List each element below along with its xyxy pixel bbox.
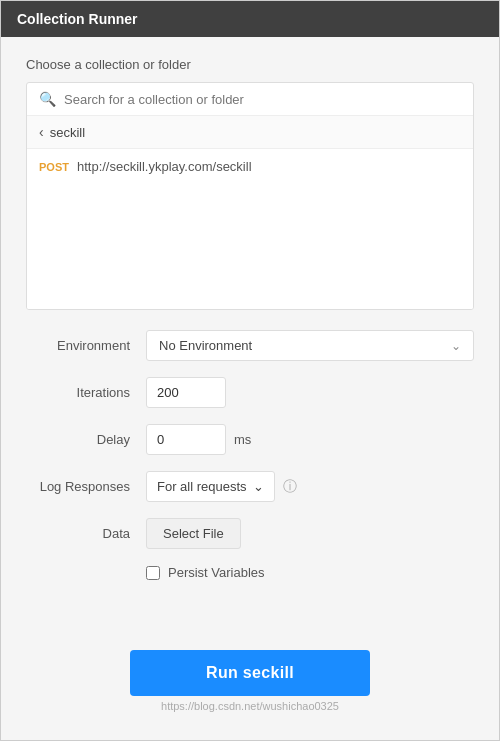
data-control: Select File	[146, 518, 474, 549]
back-arrow-icon: ‹	[39, 124, 44, 140]
search-icon: 🔍	[39, 91, 56, 107]
watermark: https://blog.csdn.net/wushichao0325	[161, 700, 339, 712]
request-url: http://seckill.ykplay.com/seckill	[77, 159, 252, 174]
select-file-button[interactable]: Select File	[146, 518, 241, 549]
breadcrumb-label: seckill	[50, 125, 85, 140]
delay-control: ms	[146, 424, 474, 455]
collection-section-label: Choose a collection or folder	[26, 57, 474, 72]
delay-group: ms	[146, 424, 474, 455]
window-title: Collection Runner	[17, 11, 138, 27]
breadcrumb-row[interactable]: ‹ seckill	[27, 116, 473, 149]
persist-variables-row: Persist Variables	[26, 565, 474, 580]
log-responses-dropdown[interactable]: For all requests ⌄	[146, 471, 275, 502]
environment-dropdown-arrow: ⌄	[451, 339, 461, 353]
log-responses-label: Log Responses	[26, 479, 146, 494]
info-icon[interactable]: ⓘ	[283, 478, 297, 496]
run-button[interactable]: Run seckill	[130, 650, 370, 696]
log-responses-value: For all requests	[157, 479, 247, 494]
method-badge: POST	[39, 161, 69, 173]
persist-variables-checkbox[interactable]	[146, 566, 160, 580]
search-input[interactable]	[64, 92, 461, 107]
environment-control: No Environment ⌄	[146, 330, 474, 361]
data-label: Data	[26, 526, 146, 541]
request-row[interactable]: POST http://seckill.ykplay.com/seckill	[39, 159, 461, 174]
environment-row: Environment No Environment ⌄	[26, 330, 474, 361]
delay-row: Delay ms	[26, 424, 474, 455]
collection-box: 🔍 ‹ seckill POST http://seckill.ykplay.c…	[26, 82, 474, 310]
titlebar: Collection Runner	[1, 1, 499, 37]
iterations-row: Iterations	[26, 377, 474, 408]
data-row: Data Select File	[26, 518, 474, 549]
run-section: Run seckill https://blog.csdn.net/wushic…	[26, 634, 474, 720]
iterations-input[interactable]	[146, 377, 226, 408]
delay-input[interactable]	[146, 424, 226, 455]
search-row: 🔍	[27, 83, 473, 116]
main-content: Choose a collection or folder 🔍 ‹ seckil…	[1, 37, 499, 740]
form-section: Environment No Environment ⌄ Iterations …	[26, 330, 474, 634]
iterations-control	[146, 377, 474, 408]
environment-dropdown[interactable]: No Environment ⌄	[146, 330, 474, 361]
delay-label: Delay	[26, 432, 146, 447]
log-responses-control: For all requests ⌄ ⓘ	[146, 471, 474, 502]
persist-variables-group: Persist Variables	[146, 565, 474, 580]
log-responses-row: Log Responses For all requests ⌄ ⓘ	[26, 471, 474, 502]
persist-variables-label: Persist Variables	[168, 565, 265, 580]
environment-label: Environment	[26, 338, 146, 353]
persist-variables-control: Persist Variables	[146, 565, 474, 580]
log-responses-arrow: ⌄	[253, 479, 264, 494]
iterations-label: Iterations	[26, 385, 146, 400]
environment-value: No Environment	[159, 338, 252, 353]
delay-unit: ms	[234, 432, 251, 447]
collection-runner-window: Collection Runner Choose a collection or…	[0, 0, 500, 741]
log-responses-group: For all requests ⌄ ⓘ	[146, 471, 474, 502]
collection-content: POST http://seckill.ykplay.com/seckill	[27, 149, 473, 309]
